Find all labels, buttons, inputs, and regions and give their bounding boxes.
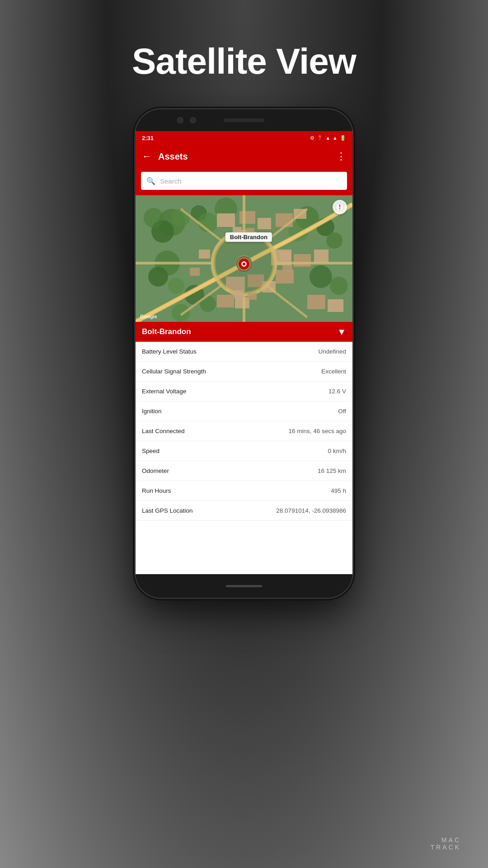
data-row: Battery Level StatusUndefined <box>136 342 352 362</box>
data-rows: Battery Level StatusUndefinedCellular Si… <box>136 342 352 574</box>
map-asset-label: Bolt-Brandon <box>225 232 272 242</box>
back-button[interactable]: ← <box>142 151 152 162</box>
data-row: Cellular Signal StrengthExcellent <box>136 362 352 382</box>
page-title: Satellite View <box>132 41 356 82</box>
data-row-value: Excellent <box>321 368 346 375</box>
status-icons: ⚙ 📍 ▲ ▲ 🔋 <box>310 135 346 141</box>
svg-rect-26 <box>294 254 311 267</box>
svg-rect-34 <box>307 295 325 309</box>
data-row: Last Connected16 mins, 46 secs ago <box>136 421 352 441</box>
data-row: Odometer16 125 km <box>136 461 352 481</box>
svg-rect-21 <box>239 211 255 224</box>
svg-rect-48 <box>199 250 210 259</box>
google-watermark: Google <box>140 314 157 319</box>
svg-rect-22 <box>258 218 271 229</box>
svg-rect-51 <box>282 265 292 273</box>
app-bar: ← Assets ⋮ <box>136 145 352 168</box>
location-icon: 📍 <box>317 135 323 141</box>
chevron-down-icon: ▼ <box>337 327 346 337</box>
svg-point-16 <box>330 277 348 295</box>
svg-point-15 <box>310 265 332 288</box>
svg-rect-23 <box>276 213 293 227</box>
map-container[interactable]: Bolt-Brandon Google <box>136 195 352 322</box>
data-row-value: Undefined <box>318 348 346 355</box>
home-indicator <box>226 585 262 587</box>
data-row-value: 0 km/h <box>328 448 346 454</box>
data-row-label: Cellular Signal Strength <box>142 368 206 375</box>
phone-top-bar <box>136 109 352 131</box>
svg-point-58 <box>243 263 245 265</box>
app-bar-title: Assets <box>158 151 336 162</box>
data-row: Run Hours495 h <box>136 481 352 501</box>
data-row-label: Ignition <box>142 408 162 415</box>
more-menu-button[interactable]: ⋮ <box>336 151 346 162</box>
camera-right <box>190 117 196 123</box>
svg-point-19 <box>172 304 190 322</box>
data-row: IgnitionOff <box>136 401 352 421</box>
svg-rect-33 <box>235 297 249 308</box>
map-compass[interactable] <box>333 200 347 214</box>
svg-rect-54 <box>234 290 244 298</box>
phone-screen: 2:31 ⚙ 📍 ▲ ▲ 🔋 ← Assets ⋮ 🔍 Search <box>136 131 352 574</box>
battery-icon: 🔋 <box>340 135 346 141</box>
signal-icon: ▲ <box>333 135 338 141</box>
search-bar-container: 🔍 Search <box>136 168 352 195</box>
data-row-label: Last Connected <box>142 428 185 434</box>
data-row-value: 12.6 V <box>328 388 346 395</box>
data-row-value: 16 125 km <box>318 467 346 474</box>
svg-rect-20 <box>217 213 235 227</box>
asset-name: Bolt-Brandon <box>142 327 337 336</box>
svg-rect-27 <box>314 250 328 263</box>
satellite-map <box>136 195 352 322</box>
data-row-label: Run Hours <box>142 487 171 494</box>
data-row-label: Speed <box>142 448 160 454</box>
camera-left <box>177 117 183 123</box>
data-row-label: Odometer <box>142 467 169 474</box>
svg-point-10 <box>168 278 184 294</box>
data-row-value: Off <box>338 408 346 415</box>
svg-rect-55 <box>248 292 257 300</box>
data-row-label: External Voltage <box>142 388 186 395</box>
data-row: Last GPS Location28.0791014, -26.0938986 <box>136 501 352 521</box>
svg-rect-32 <box>217 295 234 307</box>
svg-rect-49 <box>190 268 200 276</box>
svg-point-4 <box>144 208 164 228</box>
brand-logo: MAC TRACK <box>431 836 461 851</box>
data-row-value: 495 h <box>331 487 346 494</box>
svg-point-9 <box>148 267 168 287</box>
data-row-value: 16 mins, 46 secs ago <box>288 428 346 434</box>
data-row-value: 28.0791014, -26.0938986 <box>276 507 346 514</box>
phone-shell: 2:31 ⚙ 📍 ▲ ▲ 🔋 ← Assets ⋮ 🔍 Search <box>136 109 352 598</box>
search-input-wrap[interactable]: 🔍 Search <box>141 172 347 190</box>
status-bar: 2:31 ⚙ 📍 ▲ ▲ 🔋 <box>136 131 352 145</box>
search-icon: 🔍 <box>146 177 155 185</box>
svg-point-3 <box>172 209 190 227</box>
wifi-icon: ▲ <box>325 135 330 141</box>
phone-bottom-bar <box>136 574 352 598</box>
data-row: External Voltage12.6 V <box>136 382 352 401</box>
data-row-label: Last GPS Location <box>142 507 193 514</box>
phone-speaker <box>224 118 264 122</box>
svg-rect-35 <box>328 299 343 312</box>
data-row: Speed0 km/h <box>136 441 352 461</box>
data-row-label: Battery Level Status <box>142 348 197 355</box>
svg-point-14 <box>326 232 343 249</box>
status-time: 2:31 <box>142 135 154 142</box>
asset-header[interactable]: Bolt-Brandon ▼ <box>136 322 352 342</box>
search-input[interactable]: Search <box>160 177 182 185</box>
settings-icon: ⚙ <box>310 135 314 141</box>
svg-rect-50 <box>280 252 291 260</box>
